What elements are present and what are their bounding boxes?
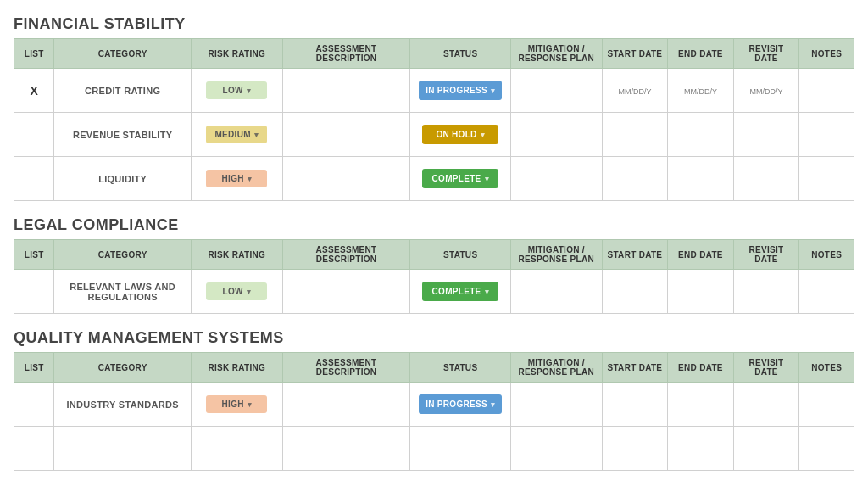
- risk-badge[interactable]: MEDIUM▾: [206, 126, 267, 143]
- header-status: STATUS: [410, 353, 510, 383]
- table-row: LIQUIDITYHIGH▾COMPLETE▾: [14, 157, 854, 201]
- risk-dropdown-arrow: ▾: [248, 175, 252, 183]
- end-date-cell[interactable]: [668, 427, 734, 471]
- status-dropdown-arrow: ▾: [485, 175, 489, 183]
- end-date-cell[interactable]: [668, 383, 734, 427]
- status-cell: COMPLETE▾: [410, 270, 510, 314]
- section-title-financial-stability: FINANCIAL STABILITY: [14, 15, 854, 33]
- risk-rating-cell: [191, 427, 282, 471]
- start-date-cell[interactable]: [602, 427, 668, 471]
- header-notes: NOTES: [799, 39, 854, 69]
- header-revisit-date: REVISIT DATE: [733, 353, 799, 383]
- category-cell: CREDIT RATING: [54, 69, 192, 113]
- header-mitigation---response-plan: MITIGATION / RESPONSE PLAN: [510, 353, 602, 383]
- assessment-cell[interactable]: [282, 69, 410, 113]
- status-cell: ON HOLD▾: [410, 113, 510, 157]
- end-date-cell[interactable]: [668, 113, 734, 157]
- notes-cell[interactable]: [799, 113, 854, 157]
- start-date-cell[interactable]: [602, 270, 668, 314]
- mitigation-cell[interactable]: [510, 427, 602, 471]
- risk-rating-cell: HIGH▾: [191, 383, 282, 427]
- header-start-date: START DATE: [602, 353, 668, 383]
- header-assessment-description: ASSESSMENT DESCRIPTION: [282, 39, 410, 69]
- end-date-cell[interactable]: [668, 270, 734, 314]
- risk-rating-cell: HIGH▾: [191, 157, 282, 201]
- header-notes: NOTES: [799, 240, 854, 270]
- status-badge[interactable]: COMPLETE▾: [422, 169, 498, 188]
- category-cell: [54, 427, 192, 471]
- risk-dropdown-arrow: ▾: [247, 87, 251, 95]
- risk-label: HIGH: [222, 174, 244, 183]
- start-date-cell[interactable]: [602, 383, 668, 427]
- mitigation-cell[interactable]: [510, 113, 602, 157]
- status-cell: COMPLETE▾: [410, 157, 510, 201]
- status-badge[interactable]: ON HOLD▾: [422, 125, 498, 144]
- header-end-date: END DATE: [668, 240, 734, 270]
- revisit-date-cell[interactable]: [733, 157, 799, 201]
- risk-badge[interactable]: HIGH▾: [206, 395, 267, 413]
- risk-rating-cell: LOW▾: [191, 69, 282, 113]
- start-date-cell[interactable]: [602, 157, 668, 201]
- status-badge[interactable]: COMPLETE▾: [422, 282, 498, 301]
- revisit-date-cell[interactable]: [733, 113, 799, 157]
- notes-cell[interactable]: [799, 383, 854, 427]
- status-badge[interactable]: IN PROGRESS▾: [419, 81, 502, 100]
- header-status: STATUS: [410, 39, 510, 69]
- list-x-mark: X: [31, 84, 38, 98]
- status-label: IN PROGRESS: [426, 86, 487, 95]
- mitigation-cell[interactable]: [510, 270, 602, 314]
- risk-dropdown-arrow: ▾: [254, 131, 259, 139]
- end-date-cell[interactable]: [668, 157, 734, 201]
- status-badge[interactable]: IN PROGRESS▾: [419, 394, 502, 414]
- status-label: COMPLETE: [432, 287, 481, 296]
- table-row: XCREDIT RATINGLOW▾IN PROGRESS▾MM/DD/YMM/…: [14, 69, 854, 113]
- header-assessment-description: ASSESSMENT DESCRIPTION: [282, 353, 410, 383]
- category-cell: REVENUE STABILITY: [54, 113, 192, 157]
- risk-badge[interactable]: LOW▾: [206, 81, 267, 99]
- list-cell: [14, 383, 54, 427]
- header-revisit-date: REVISIT DATE: [733, 39, 799, 69]
- assessment-cell[interactable]: [282, 383, 410, 427]
- header-assessment-description: ASSESSMENT DESCRIPTION: [282, 240, 410, 270]
- revisit-date-cell[interactable]: [733, 427, 799, 471]
- header-category: CATEGORY: [54, 240, 192, 270]
- assessment-cell[interactable]: [282, 113, 410, 157]
- status-cell: IN PROGRESS▾: [410, 69, 510, 113]
- header-list: LIST: [14, 240, 54, 270]
- assessment-cell[interactable]: [282, 427, 410, 471]
- status-dropdown-arrow: ▾: [491, 400, 495, 409]
- mitigation-cell[interactable]: [510, 69, 602, 113]
- header-mitigation---response-plan: MITIGATION / RESPONSE PLAN: [510, 240, 602, 270]
- risk-label: LOW: [223, 287, 243, 296]
- assessment-cell[interactable]: [282, 270, 410, 314]
- start-date-cell[interactable]: MM/DD/Y: [602, 69, 668, 113]
- revisit-date-cell[interactable]: MM/DD/Y: [733, 69, 799, 113]
- notes-cell[interactable]: [799, 270, 854, 314]
- revisit-date-cell[interactable]: [733, 270, 799, 314]
- header-start-date: START DATE: [602, 39, 668, 69]
- risk-rating-cell: LOW▾: [191, 270, 282, 314]
- end-date-cell[interactable]: MM/DD/Y: [668, 69, 734, 113]
- risk-rating-cell: MEDIUM▾: [191, 113, 282, 157]
- revisit-date-cell[interactable]: [733, 383, 799, 427]
- start-date-cell[interactable]: [602, 113, 668, 157]
- revisit-date-value: MM/DD/Y: [750, 87, 783, 96]
- status-dropdown-arrow: ▾: [481, 131, 485, 139]
- risk-badge[interactable]: LOW▾: [206, 282, 267, 300]
- mitigation-cell[interactable]: [510, 383, 602, 427]
- mitigation-cell[interactable]: [510, 157, 602, 201]
- status-dropdown-arrow: ▾: [485, 288, 489, 296]
- header-risk-rating: RISK RATING: [191, 353, 282, 383]
- notes-cell[interactable]: [799, 427, 854, 471]
- section-title-legal-compliance: LEGAL COMPLIANCE: [14, 216, 854, 234]
- notes-cell[interactable]: [799, 69, 854, 113]
- status-label: IN PROGRESS: [426, 400, 487, 409]
- risk-badge[interactable]: HIGH▾: [206, 170, 267, 187]
- end-date-value: MM/DD/Y: [684, 87, 717, 96]
- table-financial-stability: LISTCATEGORYRISK RATINGASSESSMENT DESCRI…: [14, 38, 854, 201]
- header-risk-rating: RISK RATING: [191, 240, 282, 270]
- assessment-cell[interactable]: [282, 157, 410, 201]
- status-cell: IN PROGRESS▾: [410, 383, 510, 427]
- table-row: INDUSTRY STANDARDSHIGH▾IN PROGRESS▾: [14, 383, 854, 427]
- notes-cell[interactable]: [799, 157, 854, 201]
